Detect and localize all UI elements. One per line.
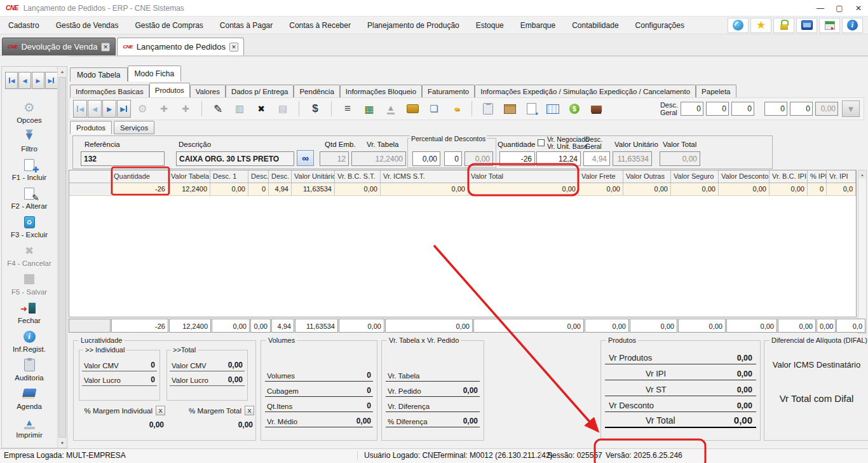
- tools-icon[interactable]: [135, 100, 150, 117]
- paste-icon[interactable]: [480, 100, 496, 117]
- page-tab[interactable]: Faturamento: [422, 85, 475, 97]
- page-tab[interactable]: Dados p/ Entrega: [226, 85, 294, 97]
- next-record-icon[interactable]: ▶: [102, 100, 116, 118]
- first-record-icon[interactable]: ◀: [5, 72, 18, 89]
- sidebar-item-opcoes[interactable]: Opcoes: [3, 97, 56, 124]
- scroll-up-icon[interactable]: ▲: [858, 170, 866, 179]
- menu-item[interactable]: Configurações: [627, 17, 693, 34]
- last-record-icon[interactable]: ▶: [117, 100, 131, 118]
- vr-negociado-checkbox[interactable]: [538, 139, 545, 146]
- page-tab[interactable]: Informações Bloqueio: [340, 85, 422, 97]
- grid-cell[interactable]: 0,00: [335, 183, 381, 195]
- descricao-field[interactable]: CAIXA ORG. 30 LTS PRETO: [176, 151, 294, 166]
- page-tab[interactable]: Produtos: [149, 83, 190, 97]
- tab-close-icon[interactable]: ✕: [229, 43, 238, 52]
- desc-geral-field[interactable]: 0: [764, 102, 787, 116]
- grid-column-header[interactable]: Quantidade: [111, 170, 168, 183]
- money-green-icon[interactable]: [567, 100, 582, 117]
- grid-cell[interactable]: 11,63534: [292, 183, 335, 195]
- trash-icon[interactable]: [232, 100, 247, 117]
- cancel-icon[interactable]: [254, 100, 269, 117]
- minimize-button[interactable]: —: [811, 1, 830, 16]
- sidebar-item-close[interactable]: [3, 441, 56, 448]
- next-record-icon[interactable]: ▶: [32, 72, 44, 89]
- scroll-down-icon[interactable]: ▼: [58, 438, 67, 448]
- menu-item[interactable]: Contas à Pagar: [212, 17, 281, 34]
- grid-column-header[interactable]: Vr. IPI: [827, 170, 856, 183]
- grid-cell[interactable]: [69, 183, 111, 195]
- page-tab[interactable]: Pendência: [294, 85, 339, 97]
- grid-column-header[interactable]: Desc. 1: [210, 170, 248, 183]
- grid-cell[interactable]: 12,2400: [168, 183, 210, 195]
- subtab[interactable]: Produtos: [70, 121, 112, 134]
- last-record-icon[interactable]: ▶: [45, 72, 58, 89]
- grid-column-header[interactable]: [69, 170, 111, 183]
- maximize-button[interactable]: ▢: [830, 1, 849, 16]
- tab-close-icon[interactable]: ✕: [101, 43, 110, 52]
- grid-column-header[interactable]: Valor Tabela: [168, 170, 210, 183]
- menu-item[interactable]: Contas à Receber: [281, 17, 359, 34]
- desc-geral-field[interactable]: 0: [731, 102, 754, 116]
- grid-scrollbar[interactable]: ▲ ▼: [858, 170, 867, 334]
- document-info-icon[interactable]: [524, 100, 539, 117]
- grid-column-header[interactable]: Desc. 3: [269, 170, 292, 183]
- page-tab[interactable]: Valores: [190, 85, 226, 97]
- monitor-chart-icon[interactable]: [796, 18, 817, 33]
- grid-cell[interactable]: 0: [248, 183, 269, 195]
- vr-tabela-field[interactable]: 12,2400: [351, 151, 406, 166]
- info-icon[interactable]: [842, 18, 863, 33]
- grid-column-header[interactable]: Valor Total: [468, 170, 579, 183]
- percentual-field-2[interactable]: 0: [444, 151, 462, 166]
- grid-column-header[interactable]: Vr. ICMS S.T.: [381, 170, 468, 183]
- mode-tab[interactable]: Modo Ficha: [128, 66, 182, 81]
- menu-item[interactable]: Embarque: [512, 17, 564, 34]
- grid-cell[interactable]: 0,00: [770, 183, 808, 195]
- qtd-emb-field[interactable]: 12: [320, 151, 349, 166]
- desc-geral-field[interactable]: 0,00: [815, 102, 838, 116]
- previous-record-icon[interactable]: ◀: [18, 72, 31, 89]
- machine-icon[interactable]: [588, 100, 604, 117]
- grid-cell[interactable]: 0,00: [671, 183, 719, 195]
- grid-cell[interactable]: 0,00: [381, 183, 468, 195]
- sidebar-item-auditoria[interactable]: Auditoria: [3, 355, 56, 382]
- grid-column-header[interactable]: % IPI: [808, 170, 827, 183]
- first-record-icon[interactable]: ◀: [73, 100, 87, 118]
- schedule-icon[interactable]: [819, 18, 840, 33]
- desc-geral-field[interactable]: 0: [681, 102, 703, 116]
- page-tab[interactable]: Informações Basicas: [70, 85, 149, 97]
- menu-item[interactable]: Estoque: [468, 17, 512, 34]
- grid-column-header[interactable]: Desc. 2: [248, 170, 269, 183]
- desc-geral-field[interactable]: 0: [706, 102, 729, 116]
- money-icon[interactable]: [308, 100, 323, 117]
- binoculars-icon[interactable]: ∞: [297, 150, 314, 166]
- scroll-up-icon[interactable]: ▲: [58, 67, 67, 76]
- grid-cell[interactable]: 0: [808, 183, 827, 195]
- favorites-star-icon[interactable]: ★: [750, 18, 771, 33]
- sidebar-scrollbar[interactable]: ▲ ▼: [57, 67, 67, 448]
- grid-cell[interactable]: 0,00: [210, 183, 248, 195]
- document-tab[interactable]: CNE Lançamento de Pedidos ✕: [117, 38, 244, 55]
- sidebar-item-inf-regist[interactable]: Inf.Regist.: [3, 326, 56, 353]
- document-tab[interactable]: CNE Devolução de Venda ✕: [2, 38, 116, 55]
- page-tab[interactable]: Papeleta: [696, 85, 736, 97]
- page-tab[interactable]: Informações Expedição / Simulação Expedi…: [475, 85, 696, 97]
- grid-cell[interactable]: 0,00: [719, 183, 770, 195]
- referencia-field[interactable]: 132: [81, 151, 165, 166]
- sidebar-item-f1-incluir[interactable]: F1 - Incluir: [3, 155, 56, 181]
- down-arrow-icon[interactable]: ▼: [842, 100, 860, 117]
- package-icon[interactable]: [502, 100, 517, 117]
- copy-document-icon[interactable]: [426, 100, 442, 117]
- valor-total-field[interactable]: 0,00: [660, 151, 700, 166]
- grid-cell[interactable]: 0,0: [827, 183, 856, 195]
- sidebar-item-f5-salvar[interactable]: F5 - Salvar: [3, 269, 56, 296]
- grid-cell[interactable]: 0,00: [623, 183, 671, 195]
- grid-cell[interactable]: 0,00: [468, 183, 579, 195]
- grid-column-header[interactable]: Valor Outras: [623, 170, 671, 183]
- grid-column-header[interactable]: Valor Unitário: [292, 170, 335, 183]
- menu-item[interactable]: Gestão de Vendas: [48, 17, 127, 34]
- grid-column-header[interactable]: Vr. B.C. S.T.: [335, 170, 381, 183]
- grid-cell[interactable]: 4,94: [269, 183, 292, 195]
- export-excel-icon[interactable]: [362, 100, 377, 117]
- add-icon[interactable]: [156, 100, 172, 117]
- menu-item[interactable]: Contabilidade: [564, 17, 627, 34]
